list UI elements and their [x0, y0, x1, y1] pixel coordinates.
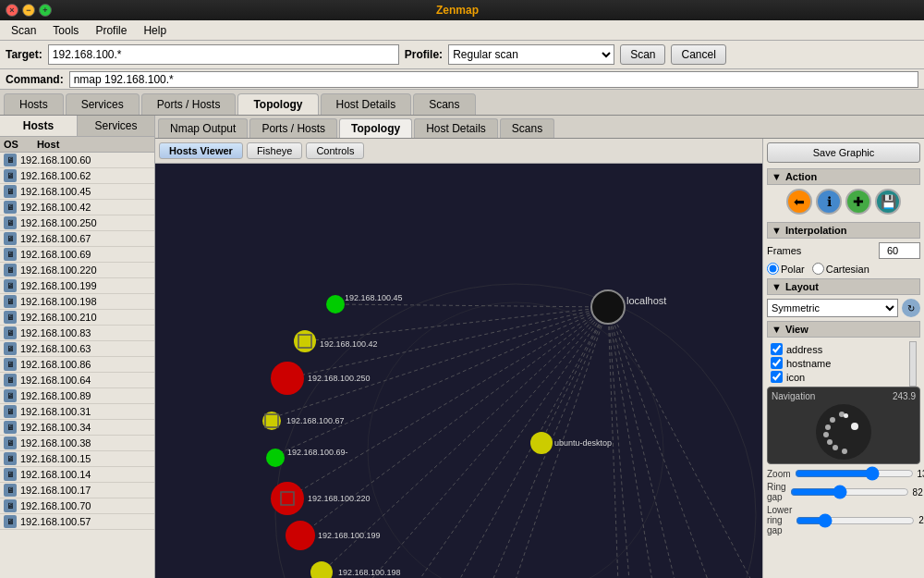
tab-hosts[interactable]: Hosts — [4, 93, 64, 115]
titlebar: × − + Zenmap — [0, 0, 924, 20]
save-graphic-button[interactable]: Save Graphic — [767, 142, 920, 163]
menu-tools[interactable]: Tools — [45, 22, 86, 39]
frames-row: Frames — [767, 242, 920, 259]
action-section-label: Action — [785, 171, 817, 182]
svg-point-37 — [271, 482, 304, 515]
host-ip: 192.168.100.62 — [20, 170, 91, 181]
host-ip: 192.168.100.17 — [20, 485, 91, 496]
layout-refresh-icon[interactable]: ↻ — [902, 299, 920, 317]
view-icon-checkbox[interactable] — [771, 371, 783, 383]
controls-button[interactable]: Controls — [306, 142, 364, 159]
action-section-header[interactable]: ▼ Action — [767, 168, 920, 185]
tab-scans[interactable]: Scans — [413, 93, 475, 115]
host-row[interactable]: 192.168.100.31 — [0, 404, 154, 420]
tab-services[interactable]: Services — [66, 93, 140, 115]
host-row[interactable]: 192.168.100.64 — [0, 373, 154, 388]
action-icon-back[interactable]: ⬅ — [786, 189, 812, 215]
interpolation-section-header[interactable]: ▼ Interpolation — [767, 222, 920, 239]
host-row[interactable]: 192.168.100.17 — [0, 483, 154, 498]
minimize-button[interactable]: − — [22, 4, 35, 17]
sidebar-tab-hosts[interactable]: Hosts — [0, 116, 78, 136]
view-section-header[interactable]: ▼ View — [767, 321, 920, 338]
lower-ring-gap-slider[interactable] — [796, 515, 915, 526]
host-row[interactable]: 192.168.100.199 — [0, 278, 154, 294]
zoom-slider[interactable] — [795, 468, 914, 479]
layout-select[interactable]: Symmetric — [767, 299, 898, 317]
layout-toggle: ▼ — [772, 281, 782, 292]
host-row[interactable]: 192.168.100.89 — [0, 388, 154, 404]
view-toggle: ▼ — [772, 324, 782, 335]
sidebar-tab-services[interactable]: Services — [78, 116, 154, 136]
view-icon-label: icon — [786, 372, 805, 383]
menu-profile[interactable]: Profile — [88, 22, 134, 39]
host-row[interactable]: 192.168.100.62 — [0, 168, 154, 184]
ring-gap-slider[interactable] — [790, 486, 909, 498]
frames-input[interactable] — [879, 242, 920, 259]
host-row[interactable]: 192.168.100.60 — [0, 153, 154, 168]
main-content: Hosts Services OS Host 192.168.100.60192… — [0, 116, 924, 578]
host-row[interactable]: 192.168.100.83 — [0, 326, 154, 341]
host-row[interactable]: 192.168.100.70 — [0, 498, 154, 514]
host-row[interactable]: 192.168.100.63 — [0, 341, 154, 357]
inner-tab-nmap-output[interactable]: Nmap Output — [158, 118, 248, 138]
ring-gap-value: 82 — [913, 487, 923, 498]
host-row[interactable]: 192.168.100.210 — [0, 310, 154, 326]
topology-canvas[interactable]: Hosts Viewer Fisheye Controls — [155, 139, 762, 578]
host-row[interactable]: 192.168.100.67 — [0, 231, 154, 247]
fisheye-button[interactable]: Fisheye — [247, 142, 303, 159]
nav-minimap[interactable] — [816, 404, 871, 460]
tab-host-details[interactable]: Host Details — [321, 93, 412, 115]
target-input[interactable] — [48, 44, 399, 65]
svg-point-23 — [591, 290, 625, 324]
col-os: OS — [4, 139, 18, 150]
os-icon — [4, 216, 17, 229]
close-button[interactable]: × — [6, 4, 18, 17]
action-icon-info[interactable]: ℹ — [816, 189, 842, 215]
host-row[interactable]: 192.168.100.220 — [0, 263, 154, 278]
inner-tab-host-details[interactable]: Host Details — [414, 118, 498, 138]
host-row[interactable]: 192.168.100.15 — [0, 451, 154, 467]
action-icon-add[interactable]: ✚ — [845, 189, 871, 215]
host-row[interactable]: 192.168.100.45 — [0, 184, 154, 200]
host-row[interactable]: 192.168.100.86 — [0, 357, 154, 373]
titlebar-buttons: × − + — [6, 4, 52, 17]
layout-row: Symmetric ↻ — [767, 299, 920, 317]
host-row[interactable]: 192.168.100.250 — [0, 215, 154, 231]
svg-text:localhost: localhost — [626, 295, 666, 306]
inner-tab-topology[interactable]: Topology — [339, 118, 412, 138]
svg-point-35 — [266, 449, 285, 467]
hosts-viewer-button[interactable]: Hosts Viewer — [159, 142, 243, 159]
svg-rect-0 — [155, 164, 762, 578]
view-address-checkbox[interactable] — [771, 343, 783, 355]
host-row[interactable]: 192.168.100.69 — [0, 247, 154, 263]
tab-topology[interactable]: Topology — [237, 93, 318, 115]
cartesian-radio-label: Cartesian — [812, 263, 869, 275]
zoom-row: Zoom 135 — [767, 468, 920, 479]
menu-help[interactable]: Help — [136, 22, 174, 39]
host-row[interactable]: 192.168.100.38 — [0, 436, 154, 451]
view-hostname-checkbox[interactable] — [771, 357, 783, 369]
host-row[interactable]: 192.168.100.198 — [0, 294, 154, 310]
scan-button[interactable]: Scan — [620, 44, 665, 65]
inner-tab-ports-hosts[interactable]: Ports / Hosts — [249, 118, 337, 138]
maximize-button[interactable]: + — [39, 4, 52, 17]
host-row[interactable]: 192.168.100.14 — [0, 467, 154, 483]
command-input[interactable] — [69, 71, 918, 88]
svg-text:192.168.100.42: 192.168.100.42 — [320, 339, 378, 349]
os-icon — [4, 499, 17, 512]
action-icons: ⬅ ℹ ✚ 💾 — [767, 189, 920, 215]
host-ip: 192.168.100.31 — [20, 406, 91, 417]
tab-ports-hosts[interactable]: Ports / Hosts — [141, 93, 237, 115]
action-icon-save[interactable]: 💾 — [875, 189, 901, 215]
frames-label: Frames — [767, 245, 801, 256]
menu-scan[interactable]: Scan — [4, 22, 43, 39]
host-row[interactable]: 192.168.100.57 — [0, 514, 154, 530]
inner-tab-scans[interactable]: Scans — [500, 118, 554, 138]
polar-radio[interactable] — [767, 263, 779, 275]
host-row[interactable]: 192.168.100.34 — [0, 420, 154, 436]
cartesian-radio[interactable] — [812, 263, 824, 275]
profile-dropdown[interactable]: Regular scanIntense scanQuick scan — [448, 44, 614, 65]
layout-section-header[interactable]: ▼ Layout — [767, 278, 920, 295]
host-row[interactable]: 192.168.100.42 — [0, 200, 154, 215]
cancel-button[interactable]: Cancel — [671, 44, 725, 65]
